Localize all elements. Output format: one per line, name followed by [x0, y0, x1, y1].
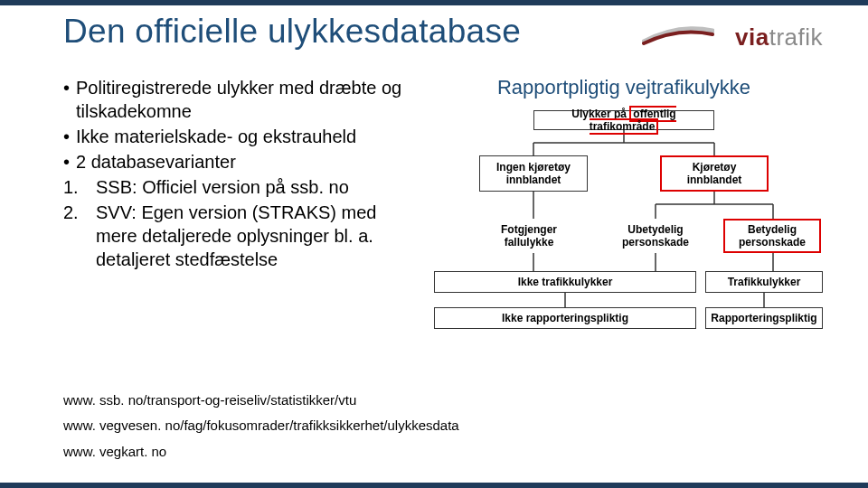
bullet-text: 2 databasevarianter	[76, 150, 236, 174]
diagram-node-top: Ulykker på offentlig trafikområde	[533, 110, 714, 130]
link-text: www. vegvesen. no/fag/fokusomrader/trafi…	[63, 413, 459, 439]
logo-trafik: trafik	[769, 23, 823, 51]
bullet-item: • Ikke materielskade- og ekstrauheld	[63, 125, 416, 148]
slide: Den officielle ulykkesdatabase viatrafik…	[0, 0, 868, 488]
diagram-node-highlighted: Kjøretøy innblandet	[660, 155, 769, 192]
numbered-item: 2. SVV: Egen version (STRAKS) med mere d…	[63, 201, 416, 271]
logo-via: via	[735, 23, 769, 51]
right-panel: Rapportpligtig vejtrafikulykke	[425, 76, 823, 354]
body: • Politiregistrerede ulykker med dræbte …	[63, 76, 823, 354]
diagram-leaf-highlighted: Betydelig personskade	[723, 219, 821, 253]
numbered-text: SSB: Officiel version på ssb. no	[96, 175, 349, 199]
bullet-dot-icon: •	[63, 125, 76, 148]
diagram: Ulykker på offentlig trafikområde Ingen …	[425, 110, 823, 354]
diagram-row-cell: Ikke trafikkulykker	[434, 271, 696, 293]
numbered-text: SVV: Egen version (STRAKS) med mere deta…	[96, 201, 416, 271]
diagram-node: Ingen kjøretøy innblandet	[479, 155, 588, 192]
bullet-item: • Politiregistrerede ulykker med dræbte …	[63, 76, 416, 123]
bullet-dot-icon: •	[63, 150, 76, 174]
swoosh-icon	[642, 22, 714, 47]
diagram-row-cell: Trafikkulykker	[705, 271, 823, 293]
bullet-item: • 2 databasevarianter	[63, 150, 416, 174]
diagram-leaf: Fotgjenger fallulykke	[479, 219, 579, 253]
bullet-text: Politiregistrerede ulykker med dræbte og…	[76, 76, 416, 123]
number-marker: 2.	[63, 201, 96, 271]
header: Den officielle ulykkesdatabase viatrafik	[63, 5, 823, 58]
diagram-leaf: Ubetydelig personskade	[606, 219, 705, 253]
link-text: www. ssb. no/transport-og-reiseliv/stati…	[63, 388, 459, 414]
number-marker: 1.	[63, 175, 96, 199]
viatrafik-logo: viatrafik	[642, 16, 823, 58]
page-title: Den officielle ulykkesdatabase	[63, 13, 521, 51]
diagram-row-cell: Ikke rapporteringspliktig	[434, 307, 696, 329]
link-text: www. vegkart. no	[63, 439, 459, 465]
right-title: Rapportpligtig vejtrafikulykke	[425, 76, 823, 99]
links: www. ssb. no/transport-og-reiseliv/stati…	[63, 388, 459, 465]
bullet-dot-icon: •	[63, 76, 76, 123]
logo-text: viatrafik	[735, 23, 823, 52]
highlighted-term: offentlig trafikområde	[590, 106, 676, 135]
numbered-item: 1. SSB: Officiel version på ssb. no	[63, 175, 416, 199]
bullet-text: Ikke materielskade- og ekstrauheld	[76, 125, 356, 148]
bullet-list: • Politiregistrerede ulykker med dræbte …	[63, 76, 416, 354]
diagram-row-cell: Rapporteringspliktig	[705, 307, 823, 329]
